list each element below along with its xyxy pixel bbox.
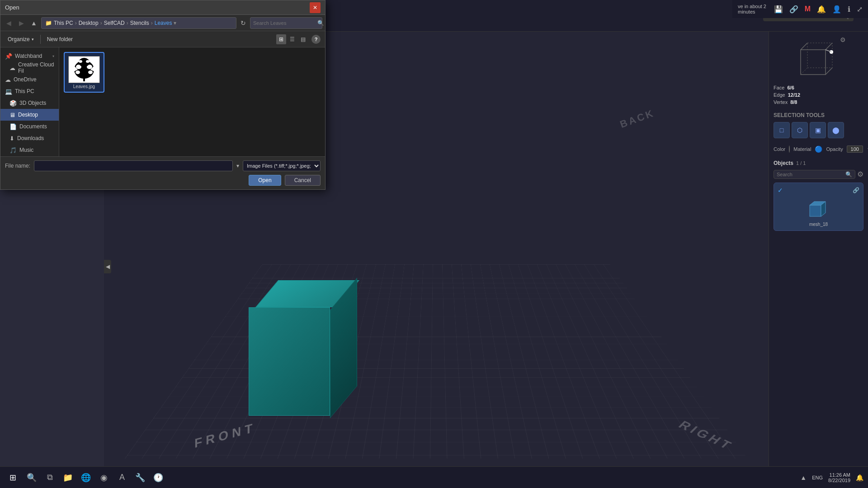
material-label: Material bbox=[793, 146, 811, 152]
objects-header: Objects 1 / 1 bbox=[774, 160, 863, 166]
m-icon[interactable]: M bbox=[805, 5, 811, 13]
dialog-bottom: File name: ▾ Image Files (*.tiff;*.jpg;*… bbox=[0, 156, 325, 189]
expand-icon[interactable]: ⤢ bbox=[857, 5, 863, 14]
addr-refresh-btn[interactable]: ↻ bbox=[238, 18, 248, 28]
edge-count: 12/12 bbox=[788, 92, 801, 98]
sidebar-item-3d-objects[interactable]: 🎲 3D Objects bbox=[0, 97, 59, 109]
file-name-leaves: Leaves.jpg bbox=[73, 84, 95, 89]
svg-point-15 bbox=[75, 70, 80, 74]
share-icon[interactable]: 🔗 bbox=[789, 5, 798, 14]
file-thumbnail bbox=[68, 56, 100, 83]
search-taskbar-btn[interactable]: 🔍 bbox=[24, 470, 39, 485]
documents-icon: 📄 bbox=[9, 123, 17, 130]
addr-segment-stencils: Stencils bbox=[130, 20, 149, 26]
filename-dropdown-arrow[interactable]: ▾ bbox=[236, 163, 239, 169]
sidebar-item-desktop[interactable]: 🖥 Desktop bbox=[0, 109, 59, 121]
box-front-face bbox=[249, 307, 330, 416]
new-folder-btn[interactable]: New folder bbox=[44, 35, 75, 44]
forward-btn[interactable]: ▶ bbox=[16, 18, 27, 28]
mesh-settings-gear[interactable]: ⚙ bbox=[840, 36, 846, 43]
filetype-select[interactable]: Image Files (*.tiff;*.jpg;*.jpeg; bbox=[243, 160, 321, 171]
view-buttons: ⊞ ☰ ▤ bbox=[276, 34, 308, 44]
sel-vertex-tool[interactable]: ⬡ bbox=[792, 122, 808, 138]
edge-browser-btn[interactable]: 🌐 bbox=[79, 470, 93, 485]
object-name: mesh_18 bbox=[809, 222, 828, 227]
view-large-icons-btn[interactable]: ⊞ bbox=[276, 34, 286, 44]
face-count: 6/6 bbox=[787, 85, 794, 90]
dialog-close-btn[interactable]: ✕ bbox=[310, 2, 321, 13]
objects-settings-gear[interactable]: ⚙ bbox=[857, 170, 863, 179]
sel-sphere-tool[interactable]: ⬤ bbox=[828, 122, 844, 138]
user-icon[interactable]: 👤 bbox=[832, 5, 841, 14]
sidebar-item-downloads-label: Downloads bbox=[17, 135, 44, 141]
toolbar-sep bbox=[40, 35, 41, 44]
objects-section: Objects 1 / 1 🔍 ⚙ ✓ 🔗 bbox=[774, 160, 863, 231]
sidebar-item-music-label: Music bbox=[19, 147, 33, 153]
downloads-icon: ⬇ bbox=[9, 135, 14, 142]
app5-btn[interactable]: 🔧 bbox=[133, 470, 147, 485]
color-row: Color Material 🔵 Opacity ⬆⬇ bbox=[774, 145, 863, 153]
material-icon[interactable]: 🔵 bbox=[815, 145, 822, 153]
cancel-btn[interactable]: Cancel bbox=[285, 175, 321, 186]
task-view-btn[interactable]: ⧉ bbox=[42, 470, 57, 485]
vertex-count: 8/8 bbox=[790, 99, 797, 105]
sidebar-item-this-pc[interactable]: 💻 This PC bbox=[0, 85, 59, 97]
objects-search-input[interactable] bbox=[777, 172, 844, 177]
sel-edge-tool[interactable]: ▣ bbox=[810, 122, 826, 138]
save-cloud-icon[interactable]: 💾 bbox=[774, 5, 783, 14]
sidebar-item-music[interactable]: 🎵 Music bbox=[0, 144, 59, 156]
color-swatch[interactable] bbox=[789, 145, 790, 153]
organize-btn[interactable]: Organize ▾ bbox=[5, 35, 37, 44]
addr-search-box[interactable]: 🔍 bbox=[250, 17, 322, 29]
taskbar-date-display: 8/22/2019 bbox=[828, 478, 850, 483]
tray-icon-1[interactable]: ▲ bbox=[800, 474, 807, 481]
view-list-btn[interactable]: ▤ bbox=[298, 34, 308, 44]
filename-input[interactable] bbox=[34, 160, 233, 171]
notify-text: ve in about 2 minutes bbox=[738, 4, 768, 14]
chrome-btn[interactable]: ◉ bbox=[97, 470, 111, 485]
info-icon[interactable]: ℹ bbox=[848, 5, 850, 14]
view-details-btn[interactable]: ☰ bbox=[287, 34, 297, 44]
svg-line-4 bbox=[826, 68, 832, 75]
lang-indicator: ENG bbox=[812, 475, 823, 480]
back-btn[interactable]: ◀ bbox=[3, 18, 14, 28]
bell-icon[interactable]: 🔔 bbox=[817, 5, 826, 14]
svg-rect-17 bbox=[83, 78, 85, 81]
addr-search-input[interactable] bbox=[253, 20, 316, 26]
dialog-titlebar: Open ✕ bbox=[0, 0, 325, 15]
taskbar-clock: 11:26 AM 8/22/2019 bbox=[828, 472, 850, 483]
selection-tools-header: Selection Tools bbox=[774, 112, 863, 118]
dialog-files-area[interactable]: Leaves.jpg bbox=[59, 47, 325, 156]
sidebar-item-onedrive[interactable]: ☁ OneDrive bbox=[0, 74, 59, 85]
sidebar-item-documents[interactable]: 📄 Documents bbox=[0, 121, 59, 132]
vertex-info-row: Vertex 8/8 bbox=[774, 99, 863, 105]
sel-box-tool[interactable]: □ bbox=[774, 122, 790, 138]
address-path[interactable]: 📁 This PC › Desktop › SelfCAD › Stencils… bbox=[41, 17, 236, 29]
sidebar-item-onedrive-label: OneDrive bbox=[14, 76, 37, 83]
top-notification-strip: ve in about 2 minutes 💾 🔗 M 🔔 👤 ℹ ⤢ bbox=[732, 0, 868, 18]
objects-count: 1 / 1 bbox=[796, 160, 806, 166]
music-icon: 🎵 bbox=[9, 147, 17, 154]
objects-search-box[interactable]: 🔍 bbox=[774, 170, 855, 179]
open-btn[interactable]: Open bbox=[249, 175, 281, 186]
objects-search-icon: 🔍 bbox=[845, 171, 852, 178]
file-item-leaves[interactable]: Leaves.jpg bbox=[64, 52, 104, 93]
opacity-input[interactable] bbox=[847, 145, 863, 153]
panel-collapse-btn[interactable]: ◀ bbox=[104, 260, 111, 273]
help-btn[interactable]: ? bbox=[311, 35, 321, 44]
file-explorer-btn[interactable]: 📁 bbox=[61, 470, 75, 485]
color-label: Color bbox=[774, 146, 785, 152]
organize-label: Organize bbox=[8, 36, 30, 42]
addr-folder-icon: 📁 bbox=[45, 20, 52, 26]
dialog-actions: Open Cancel bbox=[5, 175, 321, 186]
start-button[interactable]: ⊞ bbox=[5, 469, 21, 486]
object-item-mesh18[interactable]: ✓ 🔗 mesh_18 bbox=[774, 183, 863, 231]
adobe-btn[interactable]: A bbox=[115, 470, 129, 485]
svg-line-2 bbox=[801, 43, 807, 50]
sidebar-item-watchband[interactable]: 📌 Watchband ▾ bbox=[0, 50, 59, 62]
up-btn[interactable]: ▲ bbox=[28, 18, 39, 28]
sidebar-item-creative-cloud[interactable]: ☁ Creative Cloud Fil bbox=[0, 62, 59, 74]
notification-btn[interactable]: 🔔 bbox=[856, 474, 863, 481]
sidebar-item-downloads[interactable]: ⬇ Downloads bbox=[0, 132, 59, 144]
clock-btn[interactable]: 🕐 bbox=[151, 470, 165, 485]
